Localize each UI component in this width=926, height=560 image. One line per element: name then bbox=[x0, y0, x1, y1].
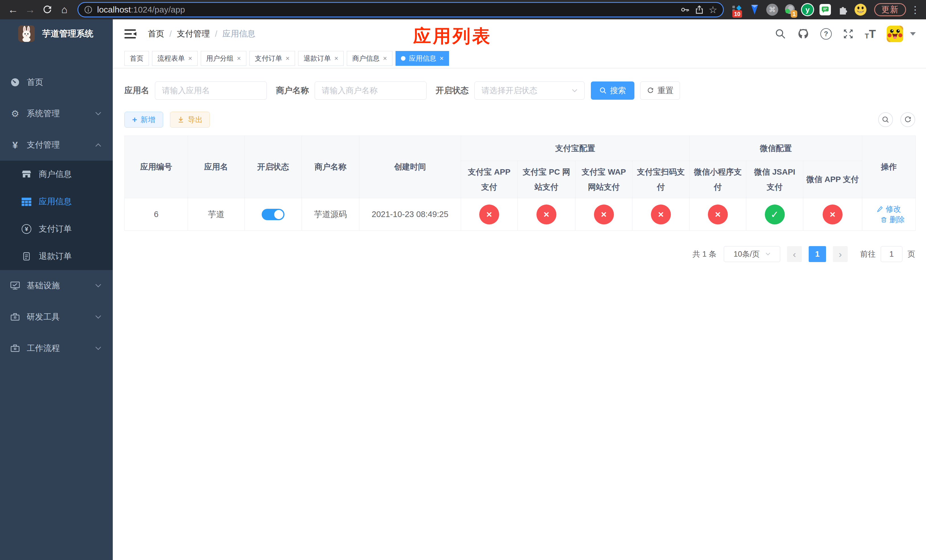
prev-page-button[interactable]: ‹ bbox=[787, 246, 802, 262]
close-icon[interactable]: × bbox=[237, 55, 241, 62]
extension-chat-icon[interactable] bbox=[819, 3, 832, 17]
extension-command-icon[interactable]: ⌘ bbox=[766, 3, 779, 17]
tab-home[interactable]: 首页 bbox=[124, 51, 149, 66]
close-icon[interactable]: × bbox=[188, 55, 192, 62]
close-icon[interactable]: × bbox=[440, 55, 443, 62]
search-icon[interactable] bbox=[775, 28, 786, 39]
breadcrumb-current: 应用信息 bbox=[222, 28, 256, 39]
app-name-input[interactable] bbox=[155, 82, 267, 100]
browser-home-icon[interactable]: ⌂ bbox=[56, 2, 73, 18]
refresh-icon bbox=[904, 116, 912, 124]
next-page-button[interactable]: › bbox=[833, 246, 848, 262]
briefcase-icon bbox=[10, 344, 20, 353]
col-app-id: 应用编号 bbox=[125, 136, 188, 198]
page-size-select[interactable]: 10条/页 bbox=[724, 246, 780, 262]
toggle-knob bbox=[274, 210, 283, 219]
search-button[interactable]: 搜索 bbox=[591, 82, 634, 100]
tab-label: 用户分组 bbox=[206, 54, 233, 63]
close-icon[interactable]: × bbox=[334, 55, 338, 62]
edit-link[interactable]: 修改 bbox=[877, 204, 901, 214]
extensions-puzzle-icon[interactable] bbox=[836, 3, 850, 17]
share-icon[interactable] bbox=[694, 5, 704, 15]
reset-button[interactable]: 重置 bbox=[640, 82, 680, 100]
extension-recorder-icon[interactable]: 1 bbox=[783, 3, 797, 17]
profile-emoji-icon[interactable] bbox=[854, 3, 867, 17]
sidebar-item-label: 支付订单 bbox=[39, 223, 72, 235]
tab-refund-order[interactable]: 退款订单 × bbox=[298, 51, 344, 66]
status-indicator: × bbox=[708, 204, 728, 224]
briefcase-icon bbox=[10, 312, 20, 322]
extension-kit-icon[interactable]: 10 bbox=[730, 3, 744, 17]
logo-avatar bbox=[18, 25, 35, 42]
puzzle-icon bbox=[838, 5, 848, 15]
goto-page-input[interactable] bbox=[881, 246, 902, 262]
delete-link[interactable]: 删除 bbox=[881, 215, 905, 225]
tab-pay-order[interactable]: 支付订单 × bbox=[250, 51, 295, 66]
avatar-caret-icon[interactable] bbox=[910, 32, 916, 36]
font-small-glyph: T bbox=[865, 33, 869, 39]
sidebar-subitem-merchant-info[interactable]: 商户信息 bbox=[0, 160, 113, 188]
sidebar-toggle-icon[interactable] bbox=[124, 28, 137, 39]
current-page-button[interactable]: 1 bbox=[809, 246, 826, 262]
rabbit-avatar-icon bbox=[18, 25, 35, 42]
status-indicator: × bbox=[651, 204, 671, 224]
sidebar-subitem-app-info[interactable]: 应用信息 bbox=[0, 188, 113, 215]
cell-alipay-app: × bbox=[461, 198, 517, 231]
browser-back-icon[interactable]: ← bbox=[5, 2, 22, 18]
app-table: 应用编号 应用名 开启状态 商户名称 创建时间 支付宝配置 微信配置 操作 支付… bbox=[124, 136, 916, 231]
export-button[interactable]: 导出 bbox=[170, 112, 210, 128]
merchant-name-input[interactable] bbox=[315, 82, 427, 100]
bookmark-star-icon[interactable]: ☆ bbox=[709, 4, 717, 15]
search-icon bbox=[599, 87, 607, 94]
sidebar-item-workflow[interactable]: 工作流程 bbox=[0, 333, 113, 364]
tab-label: 退款订单 bbox=[304, 54, 331, 63]
fullscreen-icon[interactable] bbox=[843, 28, 854, 39]
info-icon bbox=[84, 5, 92, 14]
add-button[interactable]: + 新增 bbox=[124, 112, 163, 128]
close-icon[interactable]: × bbox=[286, 55, 290, 62]
tab-app-info[interactable]: 应用信息 × bbox=[395, 51, 449, 66]
sidebar-item-infrastructure[interactable]: 基础设施 bbox=[0, 270, 113, 301]
chevron-down-icon bbox=[95, 315, 101, 319]
pikachu-avatar-icon bbox=[887, 26, 903, 42]
breadcrumb-payment[interactable]: 支付管理 bbox=[177, 28, 210, 39]
sidebar-item-home[interactable]: 首页 bbox=[0, 67, 113, 98]
app-name-label: 应用名 bbox=[124, 85, 149, 96]
download-icon bbox=[177, 116, 185, 123]
browser-update-button[interactable]: 更新 bbox=[874, 3, 906, 16]
close-icon[interactable]: × bbox=[383, 55, 387, 62]
font-large-glyph: T bbox=[869, 28, 876, 39]
enabled-toggle[interactable] bbox=[262, 209, 284, 220]
tab-user-group[interactable]: 用户分组 × bbox=[201, 51, 246, 66]
help-icon[interactable]: ? bbox=[820, 28, 832, 39]
browser-reload-icon[interactable] bbox=[39, 2, 56, 18]
browser-menu-icon[interactable]: ⋮ bbox=[910, 4, 920, 15]
url-bar[interactable]: localhost:1024/pay/app ☆ bbox=[77, 2, 724, 17]
tab-process-form[interactable]: 流程表单 × bbox=[152, 51, 198, 66]
goto-page: 前往 页 bbox=[860, 246, 915, 262]
sidebar-item-label: 研发工具 bbox=[27, 311, 60, 323]
hide-search-button[interactable] bbox=[878, 112, 893, 127]
sidebar-item-payment[interactable]: ¥ 支付管理 bbox=[0, 129, 113, 160]
refresh-table-button[interactable] bbox=[900, 112, 915, 127]
sidebar-item-system[interactable]: ⚙ 系统管理 bbox=[0, 98, 113, 129]
github-icon[interactable] bbox=[797, 28, 809, 40]
extension-y-icon[interactable]: y bbox=[801, 3, 814, 17]
extension-gem-icon[interactable] bbox=[748, 3, 761, 17]
sidebar-subitem-pay-order[interactable]: ¥ 支付订单 bbox=[0, 215, 113, 243]
browser-forward-icon[interactable]: → bbox=[22, 2, 39, 18]
cell-wx-jsapi: ✓ bbox=[746, 198, 803, 231]
user-avatar[interactable] bbox=[887, 26, 903, 42]
col-alipay-qr: 支付宝扫码支付 bbox=[632, 161, 690, 198]
password-key-icon[interactable] bbox=[680, 5, 690, 15]
add-button-label: 新增 bbox=[141, 115, 156, 125]
refresh-icon bbox=[647, 87, 654, 94]
breadcrumb-home[interactable]: 首页 bbox=[148, 28, 164, 39]
sidebar-subitem-refund-order[interactable]: 退款订单 bbox=[0, 243, 113, 270]
tab-merchant-info[interactable]: 商户信息 × bbox=[347, 51, 392, 66]
chevron-down-icon bbox=[95, 347, 101, 350]
sidebar-item-dev-tools[interactable]: 研发工具 bbox=[0, 301, 113, 333]
page-size-value: 10条/页 bbox=[734, 249, 760, 259]
font-size-icon[interactable]: TT bbox=[865, 28, 876, 39]
status-select[interactable]: 请选择开启状态 bbox=[474, 82, 585, 100]
